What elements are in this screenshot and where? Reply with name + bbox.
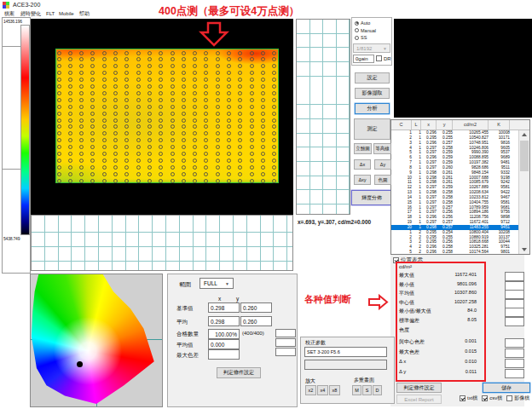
- maxdiff-field[interactable]: [208, 349, 240, 360]
- measure-point: [193, 152, 197, 156]
- capture-button[interactable]: 影像擷取: [355, 88, 390, 99]
- luminance-heatmap[interactable]: [55, 49, 279, 183]
- table-row[interactable]: 520.2960.25810174.5649801: [391, 250, 519, 254]
- measure-point: [250, 51, 254, 55]
- measure-point: [238, 152, 242, 156]
- menu-item-3[interactable]: Mobile: [59, 10, 74, 18]
- ref-x-field[interactable]: 0.298: [208, 302, 240, 313]
- checkbox-icon[interactable]: [482, 395, 488, 401]
- measure-point: [204, 91, 208, 95]
- view-button-0-0[interactable]: 立體圖: [354, 143, 372, 154]
- radio-label: SS: [361, 35, 367, 40]
- dr-checkbox-box[interactable]: [376, 55, 382, 61]
- measure-point: [250, 78, 254, 82]
- measure-point: [147, 64, 152, 68]
- zoom-button-x4[interactable]: x4: [317, 385, 328, 395]
- measure-point: [182, 124, 186, 129]
- multi-button-S[interactable]: S: [362, 385, 372, 395]
- avg-y-field[interactable]: 0.260: [240, 316, 272, 326]
- radio-icon[interactable]: [355, 36, 359, 40]
- ref-label: 基準值: [176, 305, 194, 313]
- avgval-field[interactable]: 0.000: [208, 339, 240, 349]
- shutter-select[interactable]: 1/8192▼: [353, 43, 390, 53]
- settings-button[interactable]: 設定: [355, 72, 390, 84]
- range-judge-button[interactable]: 判定條件設定: [217, 367, 261, 378]
- calibration-value2-field[interactable]: [304, 360, 387, 370]
- save-button[interactable]: 儲存: [483, 383, 530, 393]
- zoom-button-x8[interactable]: x8: [329, 385, 340, 395]
- measure-point: [193, 78, 197, 82]
- measure-point: [79, 158, 84, 163]
- col-header-cd/m2[interactable]: cd/m2: [453, 120, 489, 130]
- view-button-1-0[interactable]: Δx: [354, 159, 371, 170]
- col-header-L[interactable]: L: [412, 120, 421, 130]
- file-check-影像檔[interactable]: 影像檔: [506, 395, 529, 402]
- calibration-value-field[interactable]: SET 3-200 F5.6: [304, 347, 387, 357]
- range-select[interactable]: FULL▼: [200, 278, 234, 289]
- menu-item-4[interactable]: 幫助: [79, 10, 90, 18]
- view-button-1-1[interactable]: Δy: [374, 159, 391, 170]
- lum-box: [505, 281, 524, 291]
- measure-point: [68, 84, 72, 89]
- file-check-csv檔[interactable]: csv檔: [482, 395, 502, 402]
- measure-point: [182, 118, 186, 123]
- measure-point: [238, 71, 242, 75]
- col-header-C[interactable]: C: [391, 120, 412, 130]
- col-header-K[interactable]: K: [489, 120, 510, 130]
- measure-point: [182, 71, 186, 75]
- radio-icon[interactable]: [355, 28, 359, 32]
- measure-point: [136, 91, 141, 95]
- col-header-y[interactable]: y: [437, 120, 453, 130]
- excel-report-button[interactable]: Excel Report: [396, 395, 442, 404]
- ref-y-field[interactable]: 0.260: [240, 302, 272, 313]
- measure-point: [68, 78, 72, 82]
- view-button-2-0[interactable]: Δxy: [354, 175, 371, 185]
- scrollbar-thumb[interactable]: [520, 141, 529, 171]
- analyze-button[interactable]: 分析: [355, 103, 390, 114]
- radio-icon[interactable]: [355, 21, 359, 26]
- measure-point: [204, 64, 208, 68]
- menu-item-2[interactable]: FLT: [46, 10, 55, 18]
- view-button-0-1[interactable]: 等高線: [373, 143, 391, 154]
- checkbox-icon[interactable]: [506, 395, 512, 401]
- measure-point: [171, 51, 175, 55]
- avg-x-field[interactable]: 0.298: [208, 316, 240, 326]
- col-header-x[interactable]: x: [421, 120, 437, 130]
- multi-button-D[interactable]: D: [373, 385, 382, 395]
- multi-button-M[interactable]: M: [352, 385, 361, 395]
- measure-point: [272, 124, 276, 129]
- measure-point: [182, 131, 186, 135]
- measure-point: [136, 98, 141, 102]
- measure-point: [136, 172, 141, 176]
- measure-point: [147, 145, 152, 149]
- checkbox-icon[interactable]: [460, 395, 466, 401]
- scroll-down-button[interactable]: [519, 245, 529, 254]
- mode-radio-auto[interactable]: Auto: [355, 20, 370, 26]
- measure-button[interactable]: 測定: [354, 118, 390, 140]
- measure-point: [57, 131, 61, 135]
- measure-point: [57, 84, 61, 89]
- mode-radio-ss[interactable]: SS: [355, 34, 367, 41]
- pass-field[interactable]: 100.00%: [208, 329, 240, 339]
- luminance-distribution-button[interactable]: 輝度分佈: [351, 190, 392, 205]
- file-check-label: csv檔: [489, 395, 502, 402]
- measure-point: [272, 145, 276, 149]
- view-button-2-1[interactable]: 色圖: [374, 175, 391, 185]
- annotation-values-note: 各种值判断: [304, 293, 351, 306]
- measure-point: [182, 91, 186, 95]
- measure-point: [238, 131, 242, 135]
- judge-condition-button[interactable]: 判定條件設定: [396, 383, 442, 393]
- measure-point: [90, 145, 95, 149]
- dr-checkbox[interactable]: DR: [376, 55, 391, 61]
- measure-point: [113, 71, 118, 75]
- measure-point: [193, 64, 197, 68]
- measure-point: [227, 118, 231, 123]
- file-check-txt檔[interactable]: txt檔: [460, 395, 477, 402]
- mode-radio-manual[interactable]: Manual: [355, 27, 376, 34]
- measure-point: [79, 152, 84, 156]
- gain-field[interactable]: 0gain: [353, 55, 374, 63]
- results-scrollbar[interactable]: [518, 130, 529, 254]
- zoom-button-x2[interactable]: x2: [305, 385, 316, 395]
- scroll-up-button[interactable]: [519, 130, 529, 139]
- measure-point: [124, 64, 129, 68]
